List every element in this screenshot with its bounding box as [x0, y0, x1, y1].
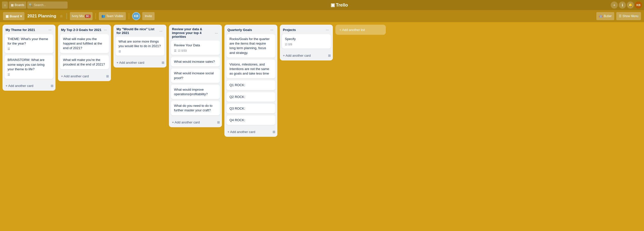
card-c16[interactable]: Q4 ROCK:✎ [226, 115, 275, 125]
list-title-list5: Quarterly Goals [227, 28, 269, 32]
card-text-c16: Q4 ROCK: [229, 118, 272, 122]
archive-button-list3[interactable]: ⊞ [161, 60, 165, 65]
add-card-button-list2[interactable]: + Add another card [58, 72, 105, 80]
home-button[interactable]: ⌂ [2, 2, 8, 9]
boards-icon: ▦ [11, 3, 14, 7]
list-cards-list4: Review Your Data☰☑ 0/33✎What would incre… [169, 41, 222, 117]
card-c15[interactable]: Q3 ROCK:✎ [226, 104, 275, 113]
list-menu-button-list2[interactable]: ··· [103, 27, 108, 32]
card-text-c5: What are some more things you would like… [119, 39, 161, 48]
card-c11[interactable]: Rocks/Goals for the quarter are the item… [226, 34, 275, 58]
menu-icon: ☰ [619, 14, 622, 18]
list-title-list2: My Top 2-3 Goals for 2021 [61, 28, 103, 32]
archive-button-list4[interactable]: ⊞ [216, 120, 221, 125]
search-icon: 🔍 [29, 3, 33, 7]
board-menu-button[interactable]: ▦ Board ▾ [3, 12, 24, 20]
list-menu-button-list4[interactable]: ··· [214, 30, 219, 36]
add-card-button-list3[interactable]: + Add another card [113, 59, 161, 67]
card-text-c1: THEME: What's your theme for the year? [8, 37, 50, 46]
boards-label: Boards [15, 3, 24, 7]
card-c6[interactable]: Review Your Data☰☑ 0/33✎ [171, 41, 220, 55]
info-button[interactable]: ℹ [619, 2, 626, 9]
card-c5[interactable]: What are some more things you would like… [115, 37, 164, 56]
card-icons-c1: ☰ [8, 47, 50, 51]
search-input[interactable] [27, 2, 68, 9]
add-card-row-list5: + Add another card⊞ [224, 127, 277, 137]
list-menu-button-list3[interactable]: ··· [158, 28, 163, 34]
search-wrap: 🔍 [27, 2, 68, 9]
trello-name: Trello [336, 3, 348, 8]
board-title: 2021 Planning [27, 14, 56, 19]
add-card-row-list3: + Add another card⊞ [113, 58, 166, 68]
card-c2[interactable]: BRAINSTORM: What are some ways you can b… [5, 55, 53, 79]
list-header-list3: My "Would Be nice" List for 2021··· [113, 25, 166, 37]
archive-button-list2[interactable]: ⊞ [105, 74, 110, 79]
card-text-c3: What will make you the happiest and fulf… [63, 37, 106, 51]
card-c1[interactable]: THEME: What's your theme for the year?☰✎ [5, 34, 53, 53]
user-avatar-board[interactable]: KB [132, 12, 140, 20]
add-card-button-list4[interactable]: + Add another card [169, 118, 216, 126]
archive-button-list1[interactable]: ⊞ [50, 83, 54, 88]
add-list-button[interactable]: + Add another list [335, 25, 386, 35]
butler-button[interactable]: 🤖 Butler [596, 12, 614, 20]
board-content: My Theme for 2021···THEME: What's your t… [0, 22, 644, 231]
list-header-list6: Projects··· [280, 25, 333, 34]
card-text-c14: Q2 ROCK: [229, 95, 272, 99]
card-c3[interactable]: What will make you the happiest and fulf… [60, 34, 109, 53]
checklist-badge-c6: ☑ 0/33 [178, 49, 187, 52]
add-card-button-list6[interactable]: + Add another card [280, 52, 327, 59]
list-header-list4: Review your data & improve your top 4 pr… [169, 25, 222, 41]
list-menu-button-list5[interactable]: ··· [269, 27, 274, 32]
visibility-button[interactable]: 👥 Team Visible [99, 12, 126, 20]
card-c10[interactable]: What do you need to do to further master… [171, 101, 220, 115]
list-title-list1: My Theme for 2021 [6, 28, 47, 32]
card-text-c9: What would improve operations/profitabil… [174, 87, 217, 96]
list-list2: My Top 2-3 Goals for 2021···What will ma… [58, 25, 111, 81]
card-c7[interactable]: What would increase sales?✎ [171, 57, 220, 67]
card-icons-c17: ☑ 0/9 [285, 43, 328, 46]
card-text-c12: Visions, milestones, and Intentions are … [229, 62, 272, 76]
nav-center: ▣ Trello [69, 2, 610, 8]
list-menu-button-list6[interactable]: ··· [325, 27, 330, 32]
workspace-badge-bc: BC [85, 15, 91, 18]
card-c8[interactable]: What would increase social proof?✎ [171, 69, 220, 83]
divider [67, 13, 67, 19]
description-icon-c5: ☰ [119, 50, 121, 53]
card-icons-c6: ☰☑ 0/33 [174, 49, 217, 52]
list-list4: Review your data & improve your top 4 pr… [169, 25, 222, 127]
star-button[interactable]: ☆ [59, 14, 64, 19]
show-menu-button[interactable]: ☰ Show Menu [616, 12, 641, 20]
card-text-c4: What will make you're the proudest at th… [63, 58, 106, 67]
list-header-list5: Quarterly Goals··· [224, 25, 277, 34]
notifications-button[interactable]: 🔔 [627, 2, 634, 9]
card-text-c11: Rocks/Goals for the quarter are the item… [229, 37, 272, 55]
board-menu-chevron: ▾ [20, 14, 22, 18]
description-icon-c1: ☰ [8, 47, 10, 51]
card-c17[interactable]: Specify☑ 0/9✎ [282, 34, 331, 49]
archive-button-list5[interactable]: ⊞ [272, 129, 276, 134]
card-c4[interactable]: What will make you're the proudest at th… [60, 55, 109, 69]
workspace-tag: Ivory Mix BC [70, 12, 93, 20]
add-card-button-list1[interactable]: + Add another card [3, 82, 50, 90]
add-card-row-list1: + Add another card⊞ [3, 81, 55, 91]
user-avatar-nav[interactable]: KB [635, 2, 642, 9]
home-icon: ⌂ [4, 3, 6, 7]
list-title-list3: My "Would Be nice" List for 2021 [116, 27, 158, 35]
boards-button[interactable]: ▦ Boards [9, 2, 26, 9]
top-nav: ⌂ ▦ Boards 🔍 ▣ Trello + ℹ 🔔 KB [0, 0, 644, 10]
list-menu-button-list1[interactable]: ··· [47, 27, 52, 32]
list-header-list1: My Theme for 2021··· [3, 25, 55, 34]
card-c14[interactable]: Q2 ROCK:✎ [226, 92, 275, 102]
invite-button[interactable]: Invite [142, 12, 155, 20]
checklist-badge-c17: ☑ 0/9 [285, 43, 292, 46]
card-c9[interactable]: What would improve operations/profitabil… [171, 85, 220, 99]
description-icon-c2: ☰ [8, 73, 10, 76]
archive-button-list6[interactable]: ⊞ [327, 53, 332, 58]
card-c13[interactable]: Q1 ROCK:✎ [226, 80, 275, 90]
add-button[interactable]: + [611, 2, 618, 9]
list-list1: My Theme for 2021···THEME: What's your t… [3, 25, 55, 91]
add-card-button-list5[interactable]: + Add another card [224, 128, 272, 136]
description-icon-c6: ☰ [174, 49, 177, 52]
card-icons-c2: ☰ [8, 73, 50, 76]
card-c12[interactable]: Visions, milestones, and Intentions are … [226, 60, 275, 79]
